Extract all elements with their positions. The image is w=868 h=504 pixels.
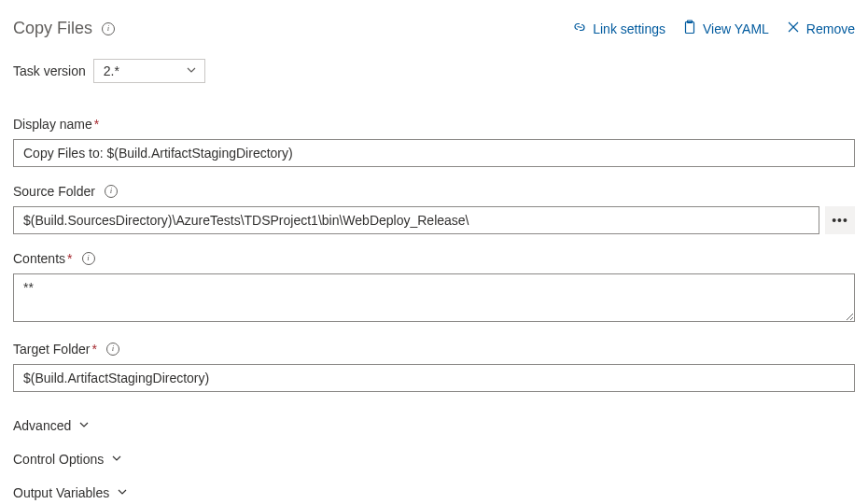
header-row: Copy Files i Link settings View YAML bbox=[13, 19, 855, 38]
output-variables-label: Output Variables bbox=[13, 485, 109, 500]
remove-button[interactable]: Remove bbox=[786, 20, 855, 37]
source-folder-field: Source Folder i ••• bbox=[13, 184, 855, 234]
link-settings-button[interactable]: Link settings bbox=[572, 20, 665, 37]
task-version-value: 2.* bbox=[104, 63, 119, 78]
control-options-label: Control Options bbox=[13, 452, 104, 467]
view-yaml-button[interactable]: View YAML bbox=[682, 20, 769, 37]
chevron-down-icon bbox=[78, 418, 90, 433]
info-icon[interactable]: i bbox=[102, 22, 115, 35]
display-name-field: Display name* bbox=[13, 117, 855, 167]
info-icon[interactable]: i bbox=[106, 343, 119, 356]
header-actions: Link settings View YAML Remove bbox=[572, 20, 855, 37]
chevron-down-icon bbox=[117, 485, 128, 500]
field-label-row: Source Folder i bbox=[13, 184, 855, 199]
contents-label: Contents* bbox=[13, 251, 73, 266]
svg-rect-0 bbox=[686, 22, 694, 34]
task-version-select[interactable]: 2.* bbox=[93, 59, 205, 83]
view-yaml-label: View YAML bbox=[703, 21, 769, 36]
field-label-row: Target Folder* i bbox=[13, 342, 855, 357]
browse-button[interactable]: ••• bbox=[825, 206, 855, 234]
remove-label: Remove bbox=[806, 21, 855, 36]
contents-input[interactable] bbox=[13, 273, 855, 322]
chevron-down-icon bbox=[186, 63, 197, 78]
close-icon bbox=[786, 20, 801, 37]
chevron-down-icon bbox=[111, 452, 122, 467]
target-folder-label: Target Folder* bbox=[13, 342, 97, 357]
clipboard-icon bbox=[682, 20, 697, 37]
title-section: Copy Files i bbox=[13, 19, 115, 38]
task-version-row: Task version 2.* bbox=[13, 59, 855, 83]
task-version-label: Task version bbox=[13, 63, 86, 78]
target-folder-field: Target Folder* i bbox=[13, 342, 855, 392]
display-name-label: Display name* bbox=[13, 117, 99, 132]
source-folder-label: Source Folder bbox=[13, 184, 95, 199]
source-folder-input[interactable] bbox=[13, 206, 819, 234]
link-settings-label: Link settings bbox=[593, 21, 665, 36]
page-title: Copy Files bbox=[13, 19, 92, 38]
link-icon bbox=[572, 20, 587, 37]
advanced-section[interactable]: Advanced bbox=[13, 409, 855, 442]
display-name-input[interactable] bbox=[13, 139, 855, 167]
output-variables-section[interactable]: Output Variables bbox=[13, 476, 855, 504]
control-options-section[interactable]: Control Options bbox=[13, 442, 855, 476]
info-icon[interactable]: i bbox=[82, 252, 95, 265]
contents-field: Contents* i bbox=[13, 251, 855, 325]
field-label-row: Display name* bbox=[13, 117, 855, 132]
source-folder-input-row: ••• bbox=[13, 206, 855, 234]
info-icon[interactable]: i bbox=[105, 185, 118, 198]
field-label-row: Contents* i bbox=[13, 251, 855, 266]
target-folder-input[interactable] bbox=[13, 364, 855, 392]
advanced-label: Advanced bbox=[13, 418, 71, 433]
ellipsis-icon: ••• bbox=[832, 213, 848, 228]
